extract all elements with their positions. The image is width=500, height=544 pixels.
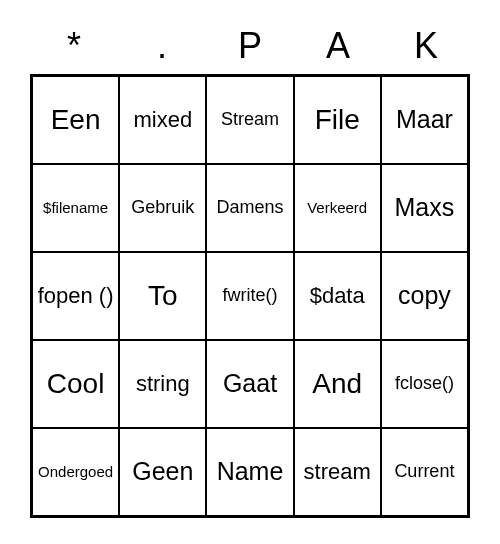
bingo-cell[interactable]: copy (381, 252, 468, 340)
bingo-cell[interactable]: $data (294, 252, 381, 340)
bingo-cell[interactable]: $filename (32, 164, 119, 252)
bingo-header-cell: . (118, 18, 206, 74)
bingo-header-cell: P (206, 18, 294, 74)
bingo-cell[interactable]: Current (381, 428, 468, 516)
bingo-cell[interactable]: Ondergoed (32, 428, 119, 516)
bingo-cell[interactable]: Verkeerd (294, 164, 381, 252)
bingo-cell[interactable]: To (119, 252, 206, 340)
bingo-cell[interactable]: Gaat (206, 340, 293, 428)
bingo-cell[interactable]: fopen () (32, 252, 119, 340)
bingo-cell[interactable]: Geen (119, 428, 206, 516)
bingo-cell[interactable]: Cool (32, 340, 119, 428)
bingo-cell[interactable]: And (294, 340, 381, 428)
bingo-header-cell: K (382, 18, 470, 74)
bingo-header-row: * . P A K (30, 18, 470, 74)
bingo-cell[interactable]: string (119, 340, 206, 428)
bingo-cell[interactable]: Maxs (381, 164, 468, 252)
bingo-cell[interactable]: Name (206, 428, 293, 516)
bingo-cell[interactable]: Maar (381, 76, 468, 164)
bingo-card: * . P A K Een mixed Stream File Maar $fi… (30, 18, 470, 518)
bingo-cell[interactable]: fwrite() (206, 252, 293, 340)
bingo-cell[interactable]: Een (32, 76, 119, 164)
bingo-cell[interactable]: Gebruik (119, 164, 206, 252)
bingo-cell[interactable]: File (294, 76, 381, 164)
bingo-grid: Een mixed Stream File Maar $filename Geb… (30, 74, 470, 518)
bingo-header-cell: A (294, 18, 382, 74)
bingo-header-cell: * (30, 18, 118, 74)
bingo-cell[interactable]: stream (294, 428, 381, 516)
bingo-cell[interactable]: mixed (119, 76, 206, 164)
bingo-cell[interactable]: Stream (206, 76, 293, 164)
bingo-cell[interactable]: fclose() (381, 340, 468, 428)
bingo-cell[interactable]: Damens (206, 164, 293, 252)
